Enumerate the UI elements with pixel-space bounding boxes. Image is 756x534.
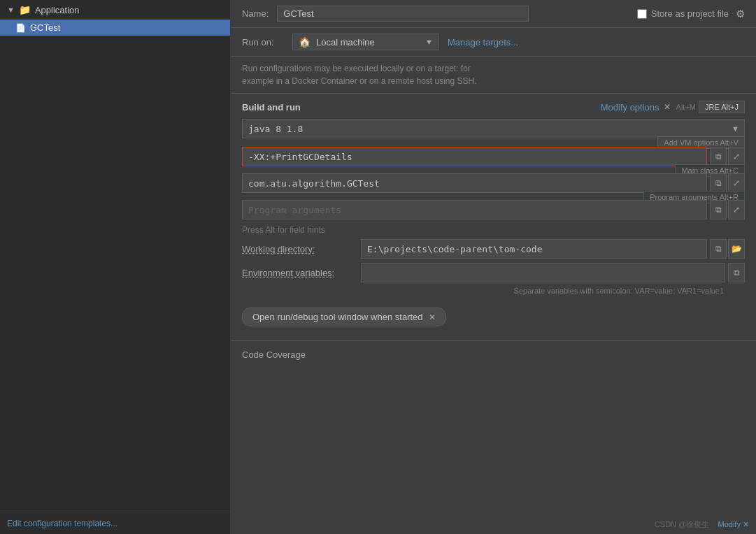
- vm-options-icons: ⧉ ⤢: [710, 147, 745, 166]
- working-dir-icons: ⧉ 📂: [710, 239, 745, 259]
- run-on-label: Run on:: [242, 37, 284, 48]
- program-args-input[interactable]: [242, 200, 707, 219]
- env-vars-icons: ⧉: [728, 263, 745, 282]
- sidebar-bottom: Edit configuration templates...: [0, 512, 230, 534]
- run-on-bar: Run on: 🏠 Local machine ▼ Manage targets…: [231, 28, 756, 57]
- working-dir-label: Working directory:: [242, 244, 361, 254]
- java-version-row: java 8 1.8 ▼: [242, 119, 745, 138]
- store-as-project-checkbox-row: Store as project file ⚙: [637, 8, 745, 20]
- info-line1: Run configurations may be executed local…: [242, 62, 745, 75]
- top-bar: Name: Store as project file ⚙: [231, 0, 756, 28]
- env-vars-copy-icon[interactable]: ⧉: [728, 263, 745, 282]
- app-folder-icon: 📁: [19, 4, 31, 15]
- vm-options-input[interactable]: [242, 147, 707, 166]
- working-dir-copy-icon[interactable]: ⧉: [710, 239, 727, 259]
- program-args-icons: ⧉ ⤢: [710, 200, 745, 219]
- modify-x-icon: ✕: [664, 102, 671, 112]
- home-icon: 🏠: [299, 36, 311, 48]
- main-class-copy-icon[interactable]: ⧉: [710, 173, 727, 193]
- modify-options-link[interactable]: Modify options: [601, 102, 659, 113]
- separator: [231, 340, 756, 341]
- program-args-copy-icon[interactable]: ⧉: [710, 200, 727, 219]
- store-as-project-label: Store as project file: [651, 8, 729, 19]
- toggle-close-icon[interactable]: ✕: [429, 312, 436, 322]
- edit-templates-link[interactable]: Edit configuration templates...: [7, 519, 117, 528]
- gctest-folder-icon: 📄: [15, 23, 26, 33]
- env-vars-note: Separate variables with semicolon: VAR=v…: [242, 287, 745, 295]
- program-args-expand-icon[interactable]: ⤢: [728, 200, 745, 219]
- main-class-row: ⧉ ⤢: [242, 173, 745, 193]
- store-as-project-checkbox[interactable]: [637, 9, 647, 19]
- working-dir-folder-icon[interactable]: 📂: [728, 239, 745, 259]
- env-vars-label: Environment variables:: [242, 268, 361, 278]
- vm-options-expand-icon[interactable]: ⤢: [728, 147, 745, 166]
- env-vars-input[interactable]: [361, 263, 725, 282]
- run-on-dropdown-arrow-icon: ▼: [425, 38, 433, 46]
- modify-bottom-link[interactable]: Modify ✕: [718, 520, 749, 528]
- run-on-value: Local machine: [316, 37, 375, 48]
- main-class-input[interactable]: [242, 173, 707, 193]
- expand-arrow-icon: ▼: [7, 6, 15, 14]
- vm-options-copy-icon[interactable]: ⧉: [710, 147, 727, 166]
- name-label: Name:: [242, 8, 269, 19]
- modify-shortcut-hint: Alt+M: [676, 103, 696, 111]
- info-text: Run configurations may be executed local…: [231, 57, 756, 94]
- run-on-select[interactable]: 🏠 Local machine ▼: [292, 34, 439, 50]
- press-alt-hint: Press Alt for field hints: [242, 224, 745, 239]
- main-content: Name: Store as project file ⚙ Run on: 🏠 …: [231, 0, 756, 534]
- section-header: Build and run Modify options ✕ Alt+M JRE…: [242, 101, 745, 113]
- watermark: CSDN @徐俊生 Modify ✕: [655, 519, 749, 530]
- build-run-section: Build and run Modify options ✕ Alt+M JRE…: [231, 94, 756, 336]
- jre-hint-box: JRE Alt+J: [699, 101, 745, 113]
- name-input[interactable]: [277, 6, 529, 22]
- env-vars-row: Environment variables: ⧉: [242, 263, 745, 282]
- sidebar-item-gctest[interactable]: 📄 GCTest: [0, 20, 230, 36]
- toggle-run-debug-btn[interactable]: Open run/debug tool window when started …: [242, 308, 446, 326]
- sidebar-header: ▼ 📁 Application: [0, 0, 230, 20]
- working-dir-row: Working directory: ⧉ 📂: [242, 239, 745, 259]
- java-version-select[interactable]: java 8 1.8: [242, 119, 745, 138]
- sidebar-app-label: Application: [35, 5, 80, 15]
- main-class-icons: ⧉ ⤢: [710, 173, 745, 193]
- sidebar: ▼ 📁 Application 📄 GCTest Edit configurat…: [0, 0, 231, 534]
- main-class-expand-icon[interactable]: ⤢: [728, 173, 745, 193]
- code-coverage-title: Code Coverage: [231, 345, 756, 364]
- info-line2: example in a Docker Container or on a re…: [242, 75, 745, 87]
- vm-options-row: ⧉ ⤢: [242, 147, 745, 166]
- manage-targets-link[interactable]: Manage targets...: [448, 37, 518, 48]
- working-dir-input[interactable]: [361, 239, 707, 259]
- toggle-label: Open run/debug tool window when started: [252, 312, 423, 322]
- gear-icon[interactable]: ⚙: [736, 8, 745, 20]
- jre-hint-label: JRE Alt+J: [705, 103, 739, 111]
- java-version-select-wrapper: java 8 1.8 ▼: [242, 119, 745, 138]
- sidebar-item-label: GCTest: [30, 22, 60, 33]
- program-args-row: ⧉ ⤢: [242, 200, 745, 219]
- build-run-title: Build and run: [242, 102, 301, 113]
